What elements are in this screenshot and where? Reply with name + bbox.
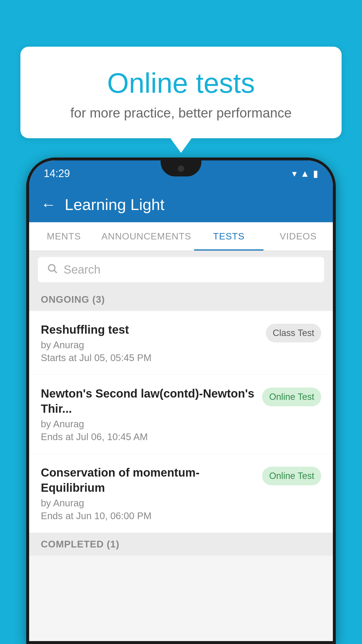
- search-bar[interactable]: Search: [38, 257, 324, 282]
- notch: [161, 160, 201, 176]
- ongoing-section-header: ONGOING (3): [29, 288, 333, 311]
- test-name-2: Newton's Second law(contd)-Newton's Thir…: [41, 386, 256, 416]
- speech-bubble: Online tests for more practice, better p…: [20, 47, 342, 138]
- svg-point-0: [48, 265, 55, 271]
- test-list: Reshuffling test by Anurag Starts at Jul…: [29, 311, 333, 533]
- bubble-subtitle: for more practice, better performance: [38, 105, 324, 121]
- bubble-title: Online tests: [38, 67, 324, 99]
- test-date-2: Ends at Jul 06, 10:45 AM: [41, 431, 256, 442]
- completed-section-header: COMPLETED (1): [29, 533, 333, 556]
- status-icons: ▾ ▲ ▮: [292, 168, 318, 179]
- test-by-2: by Anurag: [41, 419, 256, 430]
- camera-dot: [178, 165, 184, 172]
- battery-icon: ▮: [313, 168, 318, 179]
- test-badge-1: Class Test: [266, 324, 321, 342]
- test-badge-3: Online Test: [262, 467, 321, 485]
- search-input[interactable]: Search: [64, 263, 101, 276]
- test-badge-2: Online Test: [262, 388, 321, 406]
- test-info-3: Conservation of momentum-Equilibrium by …: [41, 465, 262, 522]
- test-date-1: Starts at Jul 05, 05:45 PM: [41, 352, 260, 363]
- test-by-1: by Anurag: [41, 340, 260, 351]
- tab-videos[interactable]: VIDEOS: [263, 222, 333, 251]
- speech-bubble-container: Online tests for more practice, better p…: [20, 47, 342, 138]
- test-item-2[interactable]: Newton's Second law(contd)-Newton's Thir…: [29, 375, 333, 454]
- wifi-icon: ▾: [292, 168, 297, 179]
- tab-tests[interactable]: TESTS: [194, 222, 263, 251]
- back-button[interactable]: ←: [41, 196, 56, 213]
- app-title: Learning Light: [65, 195, 164, 214]
- status-bar: 14:29 ▾ ▲ ▮: [29, 160, 333, 187]
- test-info-2: Newton's Second law(contd)-Newton's Thir…: [41, 386, 262, 442]
- phone-screen: 14:29 ▾ ▲ ▮ ← Learning Light MENTS ANNOU…: [29, 160, 333, 641]
- test-info-1: Reshuffling test by Anurag Starts at Jul…: [41, 322, 266, 363]
- test-item-1[interactable]: Reshuffling test by Anurag Starts at Jul…: [29, 311, 333, 375]
- svg-line-1: [54, 270, 57, 273]
- test-item-3[interactable]: Conservation of momentum-Equilibrium by …: [29, 454, 333, 533]
- tab-announcements[interactable]: ANNOUNCEMENTS: [99, 222, 194, 251]
- test-by-3: by Anurag: [41, 498, 256, 509]
- test-name-1: Reshuffling test: [41, 322, 260, 337]
- phone-frame: 14:29 ▾ ▲ ▮ ← Learning Light MENTS ANNOU…: [26, 158, 336, 644]
- search-icon: [47, 263, 58, 276]
- signal-icon: ▲: [300, 168, 310, 179]
- test-name-3: Conservation of momentum-Equilibrium: [41, 465, 256, 495]
- search-container: Search: [29, 251, 333, 288]
- tab-ments[interactable]: MENTS: [29, 222, 99, 251]
- status-time: 14:29: [44, 167, 70, 180]
- app-header: ← Learning Light: [29, 187, 333, 222]
- test-date-3: Ends at Jun 10, 06:00 PM: [41, 510, 256, 522]
- tabs-bar: MENTS ANNOUNCEMENTS TESTS VIDEOS: [29, 222, 333, 251]
